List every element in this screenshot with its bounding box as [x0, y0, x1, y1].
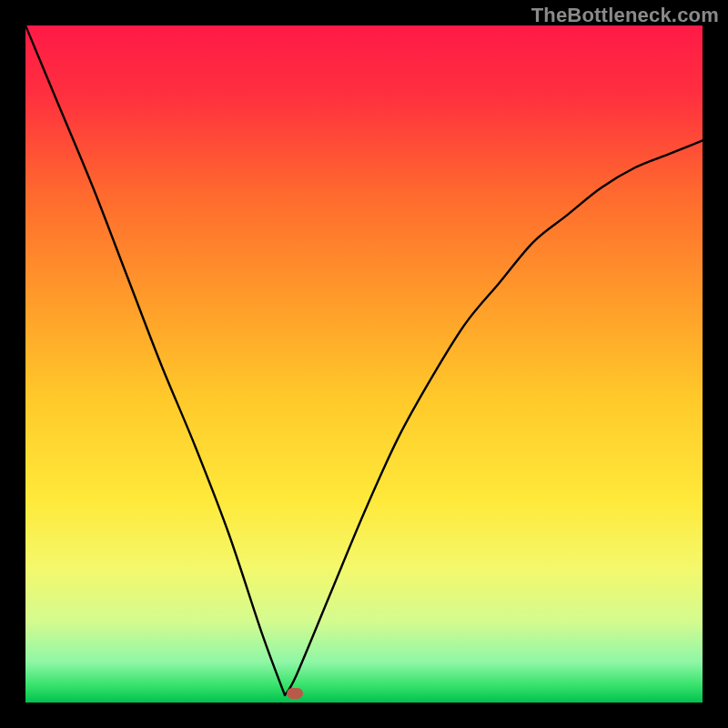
optimum-marker [287, 688, 303, 699]
bottleneck-curve [25, 25, 703, 703]
watermark-text: TheBottleneck.com [531, 4, 719, 27]
chart-frame: { "watermark": "TheBottleneck.com", "col… [0, 0, 728, 728]
plot-area [25, 25, 703, 703]
